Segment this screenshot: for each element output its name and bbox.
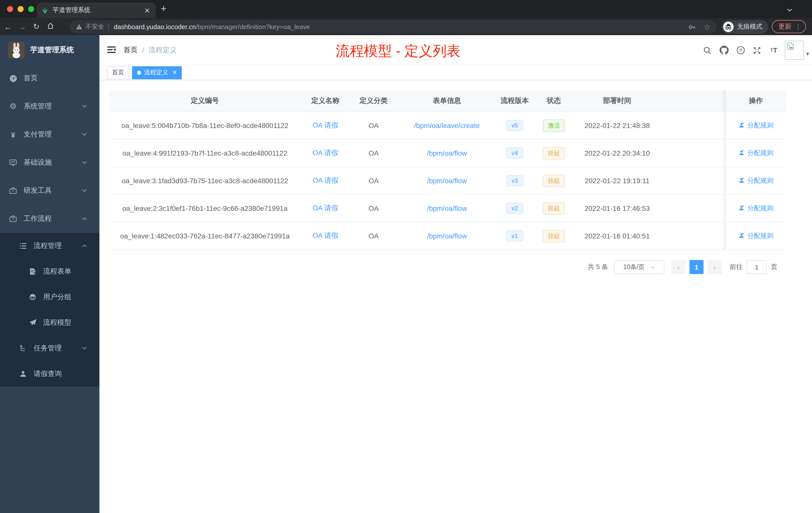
cell-definition-id: oa_leave:3:1fad3d93-7b75-11ec-a3c8-acde4… xyxy=(110,167,300,194)
address-bar[interactable]: 不安全 dashboard.yudao.iocoder.cn/bpm/manag… xyxy=(70,20,717,34)
assign-rule-link[interactable]: 分配规则 xyxy=(738,149,774,158)
close-window-button[interactable] xyxy=(7,6,13,12)
sidebar-logo-row[interactable]: 芋道管理系统 xyxy=(0,35,99,64)
chevron-down-icon xyxy=(81,160,87,165)
reload-icon[interactable]: ↻ xyxy=(33,22,39,31)
assign-rule-link[interactable]: 分配规则 xyxy=(738,232,774,240)
search-icon[interactable] xyxy=(699,46,716,55)
cell-filler xyxy=(659,112,725,139)
form-link[interactable]: /bpm/oa/flow xyxy=(427,232,467,240)
font-size-icon[interactable]: TT xyxy=(765,46,782,54)
next-page-button[interactable]: › xyxy=(707,260,722,274)
breadcrumb: 首页 / 流程定义 xyxy=(123,46,177,55)
help-icon[interactable]: ? xyxy=(732,46,749,55)
cell-deploy-time: 2022-01-22 20:34:10 xyxy=(576,139,659,167)
sidebar-item-6[interactable]: 工作流程 xyxy=(0,205,99,233)
sidebar-item-7[interactable]: 流程管理 xyxy=(0,233,99,259)
sidebar-item-5[interactable]: 研发工具 xyxy=(0,177,99,205)
prev-page-button[interactable]: ‹ xyxy=(671,260,686,274)
sidebar-item-11[interactable]: 任务管理 xyxy=(0,335,99,361)
tabstrip-chevron-icon[interactable] xyxy=(786,6,793,16)
sidebar-item-12[interactable]: 请假查询 xyxy=(0,361,99,387)
cell-status: 挂起 xyxy=(532,139,576,167)
definition-table: 定义编号定义名称定义分类表单信息流程版本状态部署时间操作 oa_leave:5:… xyxy=(110,90,786,250)
form-link[interactable]: /bpm/oa/flow xyxy=(427,177,467,185)
assign-rule-link[interactable]: 分配规则 xyxy=(738,176,774,185)
cell-deploy-time: 2022-01-16 01:40:51 xyxy=(576,222,659,250)
version-badge: v2 xyxy=(506,203,523,214)
user-icon xyxy=(738,177,745,184)
goto-page-input[interactable] xyxy=(747,260,767,274)
definition-name-link[interactable]: OA 请假 xyxy=(313,121,339,129)
current-page-button[interactable]: 1 xyxy=(690,260,703,274)
definition-name-link[interactable]: OA 请假 xyxy=(313,176,339,184)
app-title: 芋道管理系统 xyxy=(30,45,74,55)
update-label[interactable]: 更新 xyxy=(778,22,791,31)
form-link[interactable]: /bpm/oa/leave/create xyxy=(414,121,480,129)
sidebar-item-4[interactable]: 基础设施 xyxy=(0,149,99,177)
sidebar: 芋道管理系统 首页⚙系统管理¥支付管理基础设施研发工具工作流程流程管理流程表单用… xyxy=(0,35,99,513)
browser-update-button[interactable]: 更新 ⋮ xyxy=(772,20,806,33)
sidebar-item-1[interactable]: 首页 xyxy=(0,64,99,92)
window-controls[interactable] xyxy=(7,6,34,12)
key-icon[interactable] xyxy=(688,23,696,31)
cell-version: v2 xyxy=(497,194,532,222)
breadcrumb-home[interactable]: 首页 xyxy=(123,46,138,55)
status-badge: 挂起 xyxy=(543,230,565,242)
cell-form-info: /bpm/oa/flow xyxy=(397,194,497,222)
home-icon[interactable] xyxy=(47,22,54,31)
goto-label: 前往 xyxy=(730,263,743,272)
bookmark-star-icon[interactable]: ☆ xyxy=(704,22,710,31)
status-badge: 挂起 xyxy=(543,147,565,159)
browser-tab[interactable]: 芋道管理系统 ✕ xyxy=(37,2,156,18)
minimize-window-button[interactable] xyxy=(18,6,24,12)
assign-rule-link[interactable]: 分配规则 xyxy=(738,204,774,213)
sidebar-item-3[interactable]: ¥支付管理 xyxy=(0,120,99,149)
definition-name-link[interactable]: OA 请假 xyxy=(313,232,339,239)
collapse-sidebar-icon[interactable] xyxy=(107,45,116,57)
cell-definition-name: OA 请假 xyxy=(300,112,350,139)
pagination-total: 共 5 条 xyxy=(588,263,608,272)
version-badge: v4 xyxy=(506,148,523,159)
tag-流程定义[interactable]: 流程定义✕ xyxy=(132,66,182,79)
form-link[interactable]: /bpm/oa/flow xyxy=(427,204,467,212)
sidebar-item-2[interactable]: ⚙系统管理 xyxy=(0,92,99,120)
new-tab-button[interactable]: + xyxy=(161,3,167,14)
briefcase-icon xyxy=(7,215,19,223)
user-avatar-broken-image[interactable] xyxy=(785,41,804,60)
sidebar-item-9[interactable]: 用户分组 xyxy=(0,284,99,310)
cell-actions: 分配规则 xyxy=(725,222,786,250)
definition-name-link[interactable]: OA 请假 xyxy=(313,149,339,157)
column-header-定义分类: 定义分类 xyxy=(350,90,397,112)
security-label[interactable]: 不安全 xyxy=(85,23,104,31)
forward-icon[interactable]: → xyxy=(19,22,26,31)
pagination: 共 5 条 10条/页 ‹ 1 › 前往 页 xyxy=(588,260,777,274)
avatar-caret-icon[interactable]: ▾ xyxy=(806,51,809,57)
warning-icon[interactable] xyxy=(76,24,82,30)
listtree-icon xyxy=(17,242,29,250)
definition-name-link[interactable]: OA 请假 xyxy=(313,204,339,212)
form-link[interactable]: /bpm/oa/flow xyxy=(427,149,467,157)
url-text[interactable]: dashboard.yudao.iocoder.cn/bpm/manager/d… xyxy=(114,23,310,31)
tag-close-icon[interactable]: ✕ xyxy=(172,69,177,76)
github-icon[interactable] xyxy=(716,46,732,55)
version-badge: v1 xyxy=(506,231,523,241)
cell-definition-id: oa_leave:5:004b710b-7b8a-11ec-8ef0-acde4… xyxy=(110,112,300,139)
browser-menu-icon[interactable]: ⋮ xyxy=(795,23,802,30)
cell-status: 激活 xyxy=(532,112,576,139)
tag-首页[interactable]: 首页 xyxy=(107,66,129,79)
tab-close-icon[interactable]: ✕ xyxy=(143,6,151,14)
cell-category: OA xyxy=(350,167,397,194)
back-icon[interactable]: ← xyxy=(4,22,11,31)
page-size-select[interactable]: 10条/页 xyxy=(614,260,664,274)
chevron-down-icon xyxy=(81,103,87,110)
maximize-window-button[interactable] xyxy=(28,6,34,12)
cell-definition-id: oa_leave:1:482ec033-762a-11ec-8477-a2380… xyxy=(110,222,300,250)
incognito-label: 无痕模式 xyxy=(737,23,762,31)
sidebar-item-10[interactable]: 流程模型 xyxy=(0,310,99,335)
assign-rule-link[interactable]: 分配规则 xyxy=(738,121,774,130)
sidebar-item-8[interactable]: 流程表单 xyxy=(0,259,99,284)
main-area: 首页 / 流程定义 流程模型 - 定义列表 ? TT xyxy=(99,35,812,513)
fullscreen-icon[interactable] xyxy=(749,46,765,55)
chevron-down-icon xyxy=(81,345,87,351)
